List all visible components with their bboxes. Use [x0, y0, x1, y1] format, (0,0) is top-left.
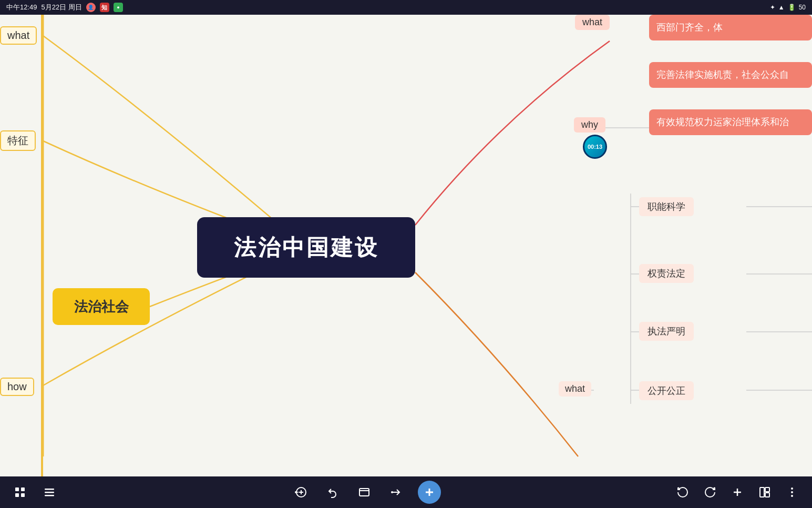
svg-rect-18 — [45, 492, 54, 493]
node-what-right[interactable]: what — [559, 381, 591, 397]
list-icon[interactable] — [40, 483, 59, 502]
avatar-icon[interactable]: 👤 — [86, 3, 96, 12]
more-icon[interactable] — [783, 483, 801, 502]
status-bar-right: ✦ ▲ 🔋 50 — [770, 4, 806, 11]
undo-button[interactable] — [673, 483, 692, 502]
app-icon-red[interactable]: 知 — [100, 3, 109, 12]
central-node[interactable]: 法治中国建设 — [197, 217, 415, 278]
wifi-icon: ▲ — [778, 4, 785, 11]
toolbar — [0, 476, 812, 508]
svg-rect-33 — [765, 487, 769, 492]
toolbar-left — [11, 483, 59, 502]
time: 中午12:49 — [6, 3, 37, 12]
date: 5月22日 周日 — [42, 3, 82, 12]
svg-rect-25 — [359, 489, 369, 496]
plus-button[interactable] — [728, 483, 747, 502]
node-what-top[interactable]: what — [575, 15, 610, 30]
frame-icon[interactable] — [355, 483, 374, 502]
svg-point-24 — [295, 491, 297, 493]
node-zhineng[interactable]: 职能科学 — [639, 197, 694, 216]
bluetooth-icon: ✦ — [770, 4, 775, 11]
toolbar-center — [292, 481, 441, 504]
node-youxiao[interactable]: 有效规范权力运家治理体系和治 — [649, 109, 812, 135]
node-what-left[interactable]: what — [0, 26, 37, 45]
grid-icon[interactable] — [11, 483, 29, 502]
node-tezheng[interactable]: 特征 — [0, 130, 36, 151]
svg-rect-32 — [760, 487, 764, 497]
battery-level: 50 — [799, 4, 806, 11]
svg-rect-19 — [45, 495, 54, 496]
svg-rect-15 — [15, 493, 19, 497]
svg-rect-13 — [15, 487, 19, 491]
toolbar-right — [673, 483, 801, 502]
app-icon-green[interactable]: ● — [114, 3, 123, 12]
redo-button[interactable] — [701, 483, 720, 502]
add-circle-button[interactable] — [418, 481, 441, 504]
node-fazhi-shehui[interactable]: 法治社会 — [53, 288, 150, 325]
svg-rect-17 — [45, 489, 54, 490]
node-wanshan[interactable]: 完善法律实施机责，社会公众自 — [649, 62, 812, 88]
node-why[interactable]: why — [574, 117, 605, 133]
node-how-left[interactable]: how — [0, 378, 34, 396]
layout-icon[interactable] — [755, 483, 774, 502]
svg-rect-16 — [21, 493, 25, 497]
svg-point-35 — [791, 487, 793, 490]
node-zhifa[interactable]: 执法严明 — [639, 322, 694, 341]
battery-icon: 🔋 — [788, 4, 796, 11]
status-bar: 中午12:49 5月22日 周日 👤 知 ● ✦ ▲ 🔋 50 — [0, 0, 812, 15]
node-xibumen[interactable]: 西部门齐全，体 — [649, 15, 812, 40]
svg-point-36 — [791, 491, 793, 493]
status-bar-left: 中午12:49 5月22日 周日 👤 知 ● — [6, 3, 123, 12]
node-quanze[interactable]: 权责法定 — [639, 264, 694, 283]
svg-point-37 — [791, 495, 793, 497]
node-gongkai[interactable]: 公开公正 — [639, 381, 694, 400]
mindmap-canvas: what 特征 how 法治社会 法治中国建设 what 西部门齐全，体 完善法… — [0, 15, 812, 476]
svg-rect-34 — [765, 493, 769, 497]
svg-rect-14 — [21, 487, 25, 491]
arrow-icon[interactable] — [386, 483, 405, 502]
undo-icon[interactable] — [323, 483, 342, 502]
left-yellow-bar — [41, 15, 43, 476]
svg-point-27 — [391, 491, 393, 493]
timer-badge[interactable]: 00:13 — [583, 135, 607, 159]
add-node-icon[interactable] — [292, 483, 311, 502]
